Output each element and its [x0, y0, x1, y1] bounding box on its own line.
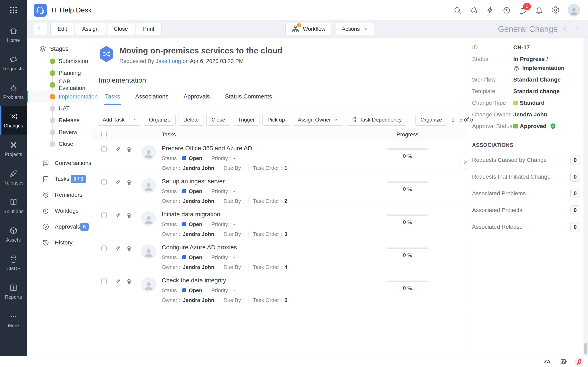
stage-close[interactable]: Close — [27, 138, 92, 150]
association-count[interactable]: 0 — [571, 222, 580, 232]
details-scrollbar-thumb[interactable] — [584, 343, 587, 355]
sidebar-item-assets[interactable]: Assets — [0, 220, 27, 249]
nav-item-reminders[interactable]: Reminders — [27, 187, 92, 203]
task-checkbox[interactable] — [101, 245, 107, 251]
stage-review[interactable]: Review — [27, 126, 92, 138]
actions-dropdown[interactable]: Actions — [336, 23, 374, 35]
action-ribbon: Edit Assign Close Print Workflow Actions… — [27, 20, 588, 38]
association-count[interactable]: 0 — [571, 189, 580, 198]
edit-button[interactable]: Edit — [51, 23, 74, 35]
stage-dot — [50, 70, 55, 76]
tab-tasks[interactable]: Tasks — [105, 93, 120, 105]
stage-uat[interactable]: UAT — [27, 103, 92, 114]
sidebar-item-changes[interactable]: Changes — [0, 106, 27, 134]
stage-submission[interactable]: Submission — [27, 55, 92, 67]
settings-gear-icon[interactable] — [551, 6, 560, 15]
select-all-checkbox[interactable] — [101, 132, 107, 137]
tab-approvals[interactable]: Approvals — [183, 93, 210, 105]
release-notes-button[interactable] — [557, 356, 570, 367]
task-checkbox[interactable] — [101, 146, 107, 152]
sidebar-item-reports[interactable]: Reports — [0, 277, 27, 306]
sidebar-item-more[interactable]: More — [0, 306, 27, 334]
stage-implementation[interactable]: Implementation — [27, 91, 92, 103]
zia-assistant-button[interactable] — [537, 356, 557, 367]
nav-item-worklogs[interactable]: Worklogs — [27, 203, 92, 219]
priority-value: - — [233, 254, 235, 261]
collapse-panel-button[interactable] — [459, 156, 472, 169]
nav-item-tasks[interactable]: Tasks0 / 5 — [27, 171, 92, 187]
delete-task-icon[interactable] — [126, 212, 132, 218]
organize-button[interactable]: Organize — [144, 114, 176, 125]
edit-task-icon[interactable] — [115, 146, 121, 152]
tab-status-comments[interactable]: Status Comments — [225, 93, 272, 105]
trigger-button[interactable]: Trigger — [233, 114, 260, 125]
stopwatch-icon — [42, 207, 49, 215]
field-label: Status — [472, 55, 513, 72]
task-meta-status: Status :OpenPriority :- — [162, 254, 372, 261]
beta-button[interactable]: β — [570, 356, 588, 367]
sidebar-item-home[interactable]: Home — [0, 20, 27, 49]
field-value: CH-17 — [513, 44, 530, 50]
pick-up-button[interactable]: Pick up — [262, 114, 290, 125]
quick-actions-icon[interactable] — [486, 6, 494, 15]
print-button[interactable]: Print — [136, 23, 162, 35]
task-title[interactable]: Check the data integrity — [162, 277, 372, 284]
nav-item-history[interactable]: History — [27, 235, 92, 250]
task-title[interactable]: Prepare Office 365 and Azure AD — [162, 145, 372, 152]
sidebar-item-cmdb[interactable]: CMDB — [0, 249, 27, 277]
task-checkbox[interactable] — [101, 179, 107, 185]
close-button[interactable]: Close — [107, 23, 135, 35]
check-circle-icon — [42, 223, 49, 230]
nav-item-approvals[interactable]: Approvals6 — [27, 219, 92, 235]
stage-release[interactable]: Release — [27, 114, 92, 126]
sidebar-item-problems[interactable]: Problems — [0, 77, 27, 106]
delete-task-icon[interactable] — [126, 245, 132, 251]
add-task-dropdown[interactable] — [130, 114, 141, 125]
close-task-button[interactable]: Close — [207, 114, 230, 125]
due-by-label: Due By : — [224, 264, 244, 270]
requester-link[interactable]: Jake Long — [156, 58, 181, 64]
task-title[interactable]: Initiate data migration — [162, 211, 372, 218]
delete-task-icon[interactable] — [126, 179, 132, 185]
nav-item-conversations[interactable]: Conversations — [27, 155, 92, 171]
edit-task-icon[interactable] — [115, 278, 121, 284]
sidebar-item-solutions[interactable]: Solutions — [0, 192, 27, 220]
task-dependency-button[interactable]: Task Dependency — [346, 114, 407, 125]
tab-associations[interactable]: Associations — [135, 93, 168, 105]
sidebar-item-requests[interactable]: Requests — [0, 49, 27, 77]
meta-separator — [248, 165, 249, 171]
sidebar-item-projects[interactable]: Projects — [0, 134, 27, 163]
delete-task-icon[interactable] — [126, 278, 132, 284]
association-count[interactable]: 0 — [571, 205, 580, 215]
recent-items-icon[interactable] — [502, 6, 511, 15]
next-record-icon[interactable] — [573, 25, 581, 33]
task-title[interactable]: Set up an ingest server — [162, 178, 372, 185]
search-icon[interactable] — [453, 6, 462, 15]
back-button[interactable] — [34, 23, 47, 35]
association-count[interactable]: 0 — [571, 155, 580, 165]
stage-cab-evaluation[interactable]: CAB Evaluation — [27, 79, 92, 91]
field-label: Approval Status — [472, 123, 513, 130]
previous-record-icon[interactable] — [562, 25, 569, 33]
assign-owner-dropdown[interactable]: Assign Owner — [293, 114, 343, 125]
edit-task-icon[interactable] — [115, 212, 121, 218]
sidebar-item-releases[interactable]: Releases — [0, 163, 27, 192]
task-checkbox[interactable] — [101, 278, 107, 284]
app-grid-button[interactable] — [0, 0, 27, 20]
association-count[interactable]: 0 — [571, 172, 580, 182]
new-ticket-icon[interactable] — [470, 6, 478, 15]
assign-button[interactable]: Assign — [75, 23, 106, 35]
delete-task-icon[interactable] — [126, 146, 132, 152]
task-title[interactable]: Configure Azure AD proxies — [162, 244, 372, 251]
organize-columns-button[interactable]: Organize — [415, 114, 447, 125]
delete-button[interactable]: Delete — [178, 114, 204, 125]
stage-planning[interactable]: Planning — [27, 67, 92, 79]
add-task-button[interactable]: Add Task — [98, 114, 130, 125]
user-avatar[interactable] — [568, 4, 580, 17]
pending-approvals-icon[interactable]: 1 — [519, 6, 527, 15]
edit-task-icon[interactable] — [115, 179, 121, 185]
edit-task-icon[interactable] — [115, 245, 121, 251]
task-checkbox[interactable] — [101, 212, 107, 218]
notifications-bell-icon[interactable] — [535, 6, 544, 15]
workflow-button[interactable]: Workflow — [285, 23, 331, 35]
